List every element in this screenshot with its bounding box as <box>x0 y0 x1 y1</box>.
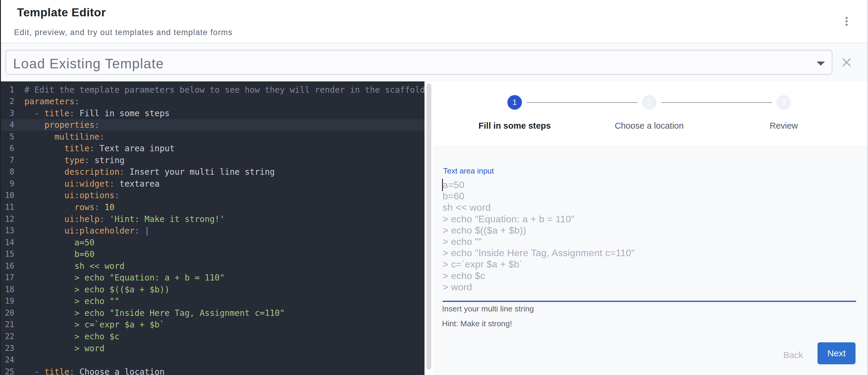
editor-gutter: 1234567891011121314151617181920212223242… <box>1 84 14 375</box>
code-token <box>140 226 145 236</box>
code-token: parameters <box>24 97 74 106</box>
code-token <box>24 226 64 236</box>
code-token <box>24 120 44 130</box>
code-token: ui:widget <box>64 179 110 189</box>
line-number: 7 <box>1 155 14 166</box>
code-token: title <box>44 367 69 375</box>
close-icon[interactable] <box>842 58 851 67</box>
step-connector <box>527 102 638 103</box>
code-token <box>24 108 34 118</box>
code-token: 'Hint: Make it strong!' <box>110 214 225 224</box>
placeholder-line: > echo $c <box>443 270 635 281</box>
code-token: properties <box>44 120 94 130</box>
textarea-field-label: Text area input <box>443 167 494 175</box>
code-line: ui:options: <box>24 190 425 201</box>
next-button[interactable]: Next <box>817 342 856 364</box>
step-number-badge: 2 <box>642 95 656 110</box>
code-token: > c=`expr $a + $b` <box>24 320 164 330</box>
code-token: : <box>99 132 104 142</box>
placeholder-line: > echo "Equation: a + b = 110" <box>443 213 635 225</box>
line-number: 16 <box>1 260 14 272</box>
code-token <box>24 367 34 375</box>
line-number: 3 <box>1 107 14 120</box>
code-line: ui:placeholder: | <box>24 225 425 237</box>
code-line: > word <box>24 343 425 354</box>
code-token <box>24 179 64 189</box>
placeholder-line: > word <box>443 281 635 293</box>
code-token: > echo $(($a + $b)) <box>24 285 169 294</box>
code-token: > word <box>24 344 104 353</box>
line-number: 12 <box>1 213 14 225</box>
more-options-button[interactable] <box>839 11 854 32</box>
step-choose-a-location: 2Choose a location <box>582 95 716 131</box>
code-line: ui:help: 'Hint: Make it strong!' <box>24 213 425 225</box>
load-template-placeholder: Load Existing Template <box>13 57 164 70</box>
code-token: : <box>134 226 140 236</box>
pane-divider <box>425 82 433 375</box>
code-token: - <box>34 367 44 375</box>
code-token: : <box>84 155 89 165</box>
page-subtitle: Edit, preview, and try out templates and… <box>14 28 232 37</box>
code-line: - title: Choose a location <box>24 366 425 375</box>
placeholder-line: b=60 <box>443 190 635 202</box>
code-token: rows <box>74 202 94 212</box>
scrollbar-thumb[interactable] <box>427 84 431 370</box>
placeholder-line: > c=`expr $a + $b` <box>443 258 635 270</box>
line-number: 11 <box>1 201 14 213</box>
line-number: 25 <box>1 366 14 375</box>
line-number: 1 <box>1 84 14 96</box>
arrow-drop-down-icon <box>816 59 825 68</box>
code-token: | <box>145 226 150 236</box>
code-line: description: Insert your multi line stri… <box>24 166 425 178</box>
code-token: > echo "Equation: a + b = 110" <box>24 273 224 283</box>
line-number: 21 <box>1 319 14 331</box>
textarea-input[interactable]: a=50b=60sh << word> echo "Equation: a + … <box>443 179 635 293</box>
code-token <box>24 132 54 142</box>
step-number-badge: 1 <box>507 95 522 110</box>
code-token: : <box>94 120 99 130</box>
code-line: # Edit the template parameters below to … <box>24 84 425 96</box>
code-token: # Edit the template parameters below to … <box>24 85 425 95</box>
code-token: - <box>34 108 44 118</box>
code-line: a=50 <box>24 237 425 249</box>
code-line: b=60 <box>24 248 425 260</box>
code-token: multiline <box>54 132 99 142</box>
line-number: 10 <box>1 190 14 201</box>
code-token <box>24 144 64 153</box>
code-line: > echo "" <box>24 295 425 307</box>
placeholder-line: > echo "Inside Here Tag, Assignment c=11… <box>443 247 635 258</box>
code-token: textarea <box>114 179 159 189</box>
step-connector <box>661 102 772 103</box>
placeholder-line: > echo $(($a + $b)) <box>443 225 635 236</box>
line-number: 18 <box>1 284 14 296</box>
code-line: type: string <box>24 155 425 166</box>
code-token: : <box>69 367 74 375</box>
code-token: Insert your multi line string <box>124 167 275 177</box>
code-editor[interactable]: 1234567891011121314151617181920212223242… <box>1 82 425 375</box>
main-split: 1234567891011121314151617181920212223242… <box>1 82 867 375</box>
back-button[interactable]: Back <box>771 344 815 366</box>
code-line: > echo "Inside Here Tag, Assignment c=11… <box>24 307 425 319</box>
line-number: 8 <box>1 166 14 178</box>
code-token: title <box>64 144 89 153</box>
code-token: 10 <box>104 202 115 212</box>
line-number: 13 <box>1 225 14 237</box>
code-token <box>24 202 74 212</box>
code-line: ui:widget: textarea <box>24 178 425 190</box>
code-line: parameters: <box>24 96 425 107</box>
code-token: : <box>119 167 124 177</box>
step-fill-in-some-steps: 1Fill in some steps <box>447 95 582 131</box>
step-review: 3Review <box>716 95 851 131</box>
stepper: 1Fill in some steps2Choose a location3Re… <box>447 95 851 131</box>
code-token: description <box>64 167 119 177</box>
code-token <box>104 214 110 224</box>
code-token: ui:help <box>64 214 99 224</box>
code-token: Text area input <box>94 144 175 153</box>
line-number: 2 <box>1 96 14 107</box>
line-number: 22 <box>1 331 14 343</box>
code-token: a=50 <box>24 238 94 248</box>
code-line <box>24 354 425 366</box>
code-token: b=60 <box>24 249 94 259</box>
load-template-select[interactable]: Load Existing Template <box>6 50 832 74</box>
code-line: multiline: <box>24 131 425 143</box>
